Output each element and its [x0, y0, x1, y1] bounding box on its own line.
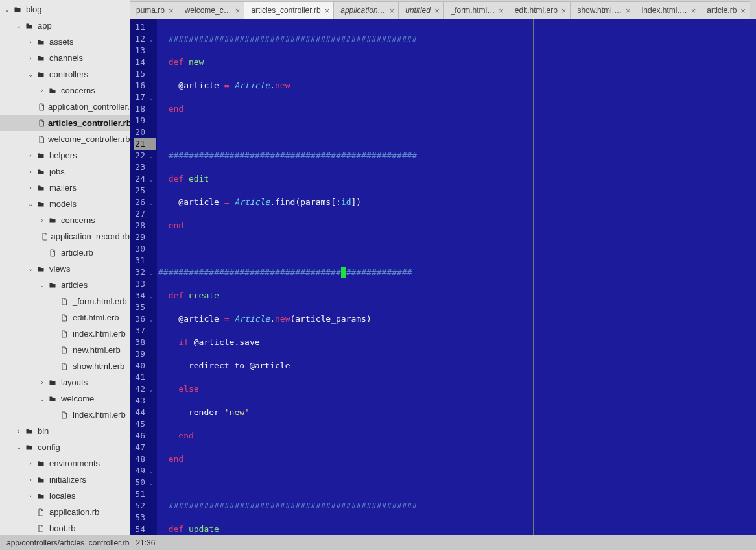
close-icon[interactable]: × — [626, 6, 631, 15]
line-number[interactable]: 37 — [134, 325, 156, 337]
line-number[interactable]: 39 — [134, 348, 156, 360]
line-number[interactable]: 46 — [134, 430, 156, 442]
line-number[interactable]: 53 — [134, 512, 156, 523]
fold-icon[interactable]: ⌄ — [147, 173, 153, 185]
tree-folder[interactable]: ›concerns — [0, 212, 130, 228]
line-number[interactable]: 20 — [134, 126, 156, 138]
tree-folder[interactable]: ›concerns — [0, 82, 130, 99]
line-number[interactable]: 41 — [134, 372, 156, 383]
editor-tab[interactable]: application…× — [334, 1, 399, 19]
tree-folder[interactable]: ›layouts — [0, 374, 130, 390]
tree-file[interactable]: article.rb — [0, 245, 130, 261]
tree-file[interactable]: index.html.erb — [0, 326, 130, 342]
tree-folder[interactable]: ›mailers — [0, 180, 130, 196]
line-number[interactable]: 15 — [134, 68, 156, 80]
line-number[interactable]: 26⌄ — [134, 197, 156, 208]
tree-file[interactable]: articles_controller.rb — [0, 115, 130, 131]
editor-tab[interactable]: puma.rb× — [130, 1, 178, 19]
close-icon[interactable]: × — [235, 6, 241, 15]
chevron-right-icon[interactable]: › — [26, 152, 35, 159]
tree-folder[interactable]: ⌄welcome — [0, 390, 130, 407]
chevron-right-icon[interactable]: › — [26, 184, 35, 191]
close-icon[interactable]: × — [561, 6, 567, 15]
line-number[interactable]: 43 — [134, 395, 156, 407]
fold-icon[interactable]: ⌄ — [147, 33, 153, 45]
chevron-down-icon[interactable]: ⌄ — [3, 6, 12, 13]
line-number[interactable]: 19 — [134, 115, 156, 126]
line-number[interactable]: 21 — [134, 138, 156, 150]
line-number[interactable]: 32⌄ — [134, 267, 156, 278]
tree-file[interactable]: application_controller.rb — [0, 99, 130, 115]
line-number[interactable]: 47 — [134, 442, 156, 453]
secondary-panel[interactable] — [533, 19, 756, 535]
tree-folder[interactable]: ›initializers — [0, 472, 130, 488]
fold-icon[interactable]: ⌄ — [147, 313, 153, 325]
line-number[interactable]: 48 — [134, 453, 156, 465]
tree-folder[interactable]: ›channels — [0, 50, 130, 66]
fold-icon[interactable]: ⌄ — [147, 383, 153, 395]
line-number[interactable]: 31 — [134, 255, 156, 267]
line-number[interactable]: 45 — [134, 418, 156, 430]
close-icon[interactable]: × — [390, 6, 395, 15]
line-number[interactable]: 23 — [134, 161, 156, 173]
line-number[interactable]: 24⌄ — [134, 173, 156, 185]
line-number[interactable]: 27 — [134, 208, 156, 220]
editor-tab[interactable]: edit.html.erb× — [508, 1, 571, 19]
close-icon[interactable]: × — [740, 6, 746, 15]
line-number[interactable]: 12⌄ — [134, 33, 156, 45]
line-number[interactable]: 35 — [134, 302, 156, 313]
fold-icon[interactable]: ⌄ — [147, 465, 153, 477]
chevron-right-icon[interactable]: › — [38, 217, 47, 224]
tree-folder[interactable]: ⌄articles — [0, 277, 130, 293]
chevron-right-icon[interactable]: › — [26, 460, 35, 467]
tree-folder[interactable]: ⌄blog — [0, 1, 130, 18]
line-number[interactable]: 52 — [134, 500, 156, 512]
editor-tab[interactable]: show.html.…× — [571, 1, 635, 19]
line-number[interactable]: 38 — [134, 337, 156, 348]
tree-file[interactable]: index.html.erb — [0, 407, 130, 423]
editor-tab[interactable]: index.html.…× — [635, 1, 701, 19]
fold-icon[interactable]: ⌄ — [147, 91, 153, 103]
tree-folder[interactable]: ⌄config — [0, 439, 130, 455]
tree-file[interactable]: welcome_controller.rb — [0, 131, 130, 147]
chevron-right-icon[interactable]: › — [26, 38, 35, 45]
close-icon[interactable]: × — [499, 6, 504, 15]
tree-file[interactable]: _form.html.erb — [0, 293, 130, 309]
line-number[interactable]: 16 — [134, 80, 156, 91]
chevron-down-icon[interactable]: ⌄ — [26, 71, 35, 78]
close-icon[interactable]: × — [691, 6, 696, 15]
line-number[interactable]: 22⌄ — [134, 150, 156, 161]
line-number[interactable]: 34⌄ — [134, 290, 156, 302]
chevron-down-icon[interactable]: ⌄ — [26, 200, 35, 208]
chevron-right-icon[interactable]: › — [26, 54, 35, 62]
close-icon[interactable]: × — [169, 6, 174, 15]
code-area[interactable]: ########################################… — [157, 19, 533, 535]
line-number[interactable]: 54 — [134, 523, 156, 535]
tree-folder[interactable]: ⌄models — [0, 196, 130, 212]
chevron-down-icon[interactable]: ⌄ — [26, 265, 35, 272]
tree-folder[interactable]: ›jobs — [0, 163, 130, 180]
chevron-right-icon[interactable]: › — [38, 379, 47, 386]
tree-file[interactable]: boot.rb — [0, 520, 130, 535]
line-number[interactable]: 18 — [134, 103, 156, 115]
tree-folder[interactable]: ⌄app — [0, 18, 130, 34]
tree-file[interactable]: edit.html.erb — [0, 309, 130, 326]
line-number[interactable]: 51 — [134, 488, 156, 500]
fold-icon[interactable]: ⌄ — [147, 197, 153, 208]
tree-file[interactable]: show.html.erb — [0, 358, 130, 374]
close-icon[interactable]: × — [325, 6, 330, 15]
line-number[interactable]: 44 — [134, 407, 156, 418]
line-number[interactable]: 42⌄ — [134, 383, 156, 395]
line-number[interactable]: 11 — [134, 21, 156, 33]
tree-folder[interactable]: ›bin — [0, 423, 130, 439]
tree-folder[interactable]: ⌄views — [0, 261, 130, 277]
line-number[interactable]: 17⌄ — [134, 91, 156, 103]
editor-tab[interactable]: welcome_c…× — [178, 1, 245, 19]
chevron-right-icon[interactable]: › — [26, 476, 35, 483]
close-icon[interactable]: × — [434, 6, 440, 15]
tree-folder[interactable]: ›environments — [0, 455, 130, 472]
tree-folder[interactable]: ⌄controllers — [0, 66, 130, 82]
line-number[interactable]: 49⌄ — [134, 465, 156, 477]
fold-icon[interactable]: ⌄ — [147, 267, 153, 278]
line-number[interactable]: 13 — [134, 45, 156, 56]
